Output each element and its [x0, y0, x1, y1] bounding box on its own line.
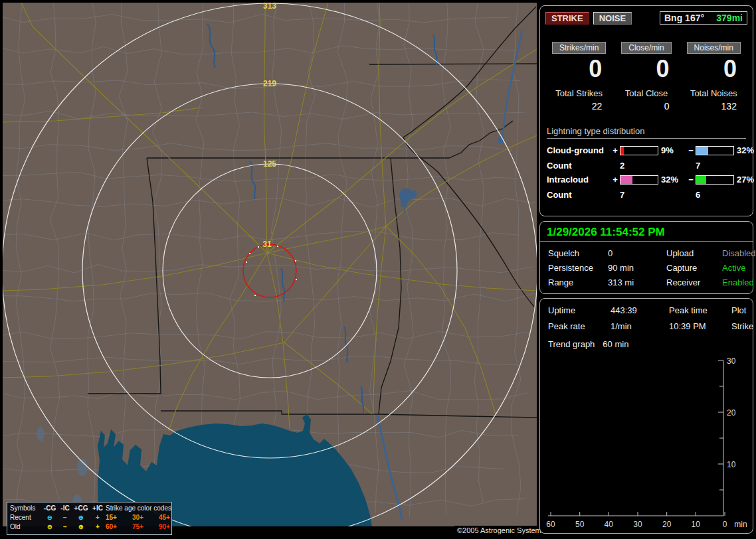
cg-minus-pct: 32% — [734, 145, 756, 155]
ring-label-313: 313 — [263, 3, 276, 11]
ic-plus-count: 7 — [620, 190, 658, 200]
ic-plus-recent-icon: + — [90, 513, 106, 522]
total-close-value: 0 — [613, 101, 680, 112]
age-90: 90+ — [159, 522, 185, 532]
squelch-label: Squelch — [548, 248, 608, 258]
x-tick-0: 0 — [723, 520, 727, 529]
legend-col-cg-minus: -CG — [42, 504, 58, 513]
cg-minus-old-icon: ⊖ — [42, 522, 58, 532]
ring-label-219: 219 — [263, 79, 276, 88]
range-label: Range — [548, 277, 608, 287]
receiver-status: Enabled — [722, 277, 756, 287]
x-tick-50: 50 — [575, 520, 585, 529]
intracloud-label: Intracloud — [547, 175, 611, 185]
x-tick-10: 10 — [692, 520, 701, 529]
total-close-label: Total Close — [613, 88, 680, 98]
plot-label: Plot — [731, 305, 753, 315]
close-per-min-chip[interactable]: Close/min — [621, 42, 671, 54]
capture-status: Active — [722, 263, 756, 273]
trend-graph: 30 20 10 60 50 40 30 20 10 0 min — [544, 356, 751, 531]
plus-sign: + — [611, 175, 620, 185]
close-per-min-value: 0 — [613, 55, 680, 83]
cg-minus-recent-icon: ⊖ — [42, 513, 58, 522]
ic-minus-pct: 27% — [734, 175, 756, 185]
peak-time-label: Peak time — [669, 305, 731, 315]
ring-label-31: 31 — [262, 240, 272, 249]
ic-plus-old-icon: + — [90, 522, 106, 532]
bearing-distance: 379mi — [716, 13, 743, 23]
receiver-label: Receiver — [666, 277, 722, 287]
total-strikes-label: Total Strikes — [545, 88, 613, 98]
plus-sign: + — [611, 145, 620, 155]
age-75: 75+ — [132, 522, 159, 532]
total-noises-value: 132 — [680, 101, 747, 112]
persistence-label: Persistence — [548, 263, 608, 273]
x-axis-unit: min — [734, 520, 747, 529]
ic-minus-bar — [696, 175, 734, 185]
timestamp: 1/29/2026 11:54:52 PM — [540, 222, 753, 242]
x-tick-40: 40 — [605, 520, 614, 529]
ic-minus-old-icon: − — [58, 522, 72, 532]
legend-col-ic-minus: -IC — [58, 504, 72, 513]
strikes-per-min-value: 0 — [545, 55, 613, 83]
strikes-per-min-chip[interactable]: Strikes/min — [552, 42, 606, 54]
status-panel: 1/29/2026 11:54:52 PM Squelch 0 Upload D… — [539, 221, 753, 294]
total-noises-label: Total Noises — [680, 88, 747, 98]
minus-sign: − — [686, 145, 696, 155]
symbol-legend: Symbols -CG -IC +CG +IC Strike age color… — [7, 502, 172, 535]
trend-panel: Uptime 443:39 Peak time Plot Peak rate 1… — [539, 298, 753, 534]
cg-plus-pct: 9% — [658, 145, 686, 155]
uptime-value: 443:39 — [611, 305, 669, 315]
x-tick-20: 20 — [662, 520, 672, 529]
bearing-display: Bng 167° 379mi — [660, 11, 747, 25]
trend-graph-value: 60 min — [603, 339, 628, 349]
age-30: 30+ — [132, 513, 159, 522]
persistence-value: 90 min — [608, 263, 666, 273]
squelch-value: 0 — [608, 248, 666, 258]
strike-button[interactable]: STRIKE — [545, 12, 589, 25]
cg-count-label: Count — [547, 161, 611, 171]
legend-row-recent-label: Recent — [10, 513, 42, 522]
legend-age-header: Strike age color codes — [106, 504, 185, 513]
legend-symbols-header: Symbols — [10, 504, 42, 513]
cg-minus-count: 7 — [696, 161, 734, 171]
y-tick-20: 20 — [727, 408, 736, 418]
ic-plus-pct: 32% — [658, 175, 686, 185]
ic-count-label: Count — [547, 190, 611, 200]
bearing-label: Bng 167° — [664, 13, 704, 23]
noises-per-min-chip[interactable]: Noises/min — [687, 42, 741, 54]
copyright-text: ©2005 Astrogenic Systems — [454, 526, 547, 535]
ic-minus-recent-icon: − — [58, 513, 72, 522]
ic-minus-count: 6 — [696, 190, 734, 200]
cg-plus-recent-icon: ⊕ — [72, 513, 90, 522]
uptime-label: Uptime — [548, 305, 611, 315]
legend-col-ic-plus: +IC — [90, 504, 106, 513]
noises-per-min-value: 0 — [680, 55, 747, 83]
total-strikes-value: 22 — [545, 101, 613, 112]
peak-time-value: 10:39 PM — [669, 321, 731, 331]
cg-plus-count: 2 — [620, 161, 658, 171]
cloud-ground-label: Cloud-ground — [547, 145, 611, 155]
cg-plus-bar — [620, 146, 658, 155]
x-tick-60: 60 — [546, 520, 555, 529]
cg-minus-bar — [696, 146, 734, 155]
counters-panel: STRIKE NOISE Bng 167° 379mi Strikes/min … — [539, 5, 753, 216]
lightning-map[interactable]: 313 219 125 31 — [3, 3, 537, 526]
upload-status: Disabled — [722, 248, 756, 258]
x-tick-labels: 60 50 40 30 20 10 0 min — [546, 520, 747, 529]
plot-value: Strike — [731, 321, 753, 331]
minus-sign: − — [686, 175, 696, 185]
peak-rate-value: 1/min — [611, 321, 669, 331]
trend-graph-label: Trend graph — [548, 339, 595, 349]
noise-button[interactable]: NOISE — [593, 12, 632, 25]
age-60: 60+ — [106, 522, 132, 532]
distribution-title: Lightning type distribution — [547, 126, 746, 139]
range-value: 313 mi — [608, 277, 666, 287]
ic-plus-bar — [620, 175, 658, 185]
capture-label: Capture — [666, 263, 722, 273]
age-45: 45+ — [159, 513, 185, 522]
upload-label: Upload — [666, 248, 722, 258]
x-tick-30: 30 — [633, 520, 642, 529]
y-tick-10: 10 — [727, 460, 736, 469]
legend-row-old-label: Old — [10, 522, 42, 532]
